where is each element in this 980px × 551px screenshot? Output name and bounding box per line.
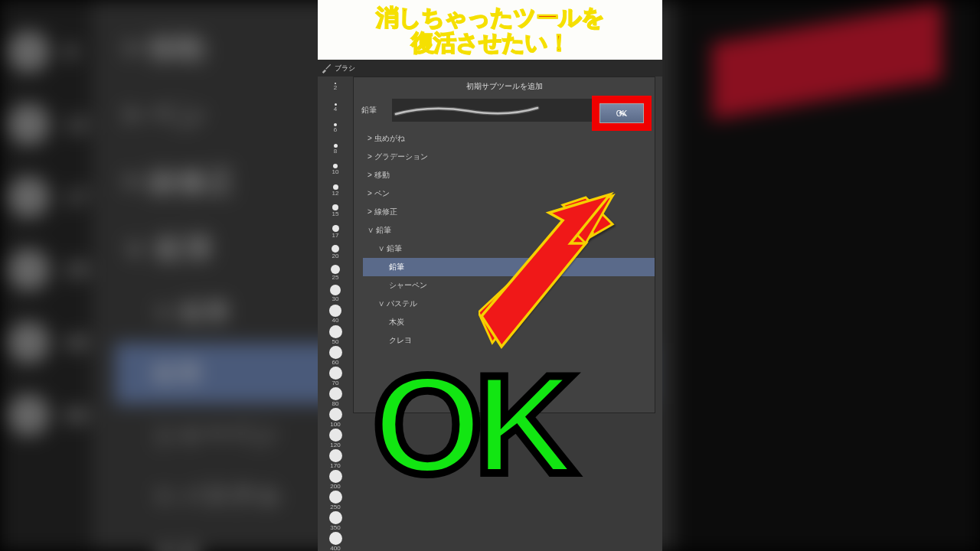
size-number: 60 <box>332 359 339 366</box>
brush-size-item[interactable]: 25 <box>318 262 353 283</box>
size-dot <box>329 408 342 421</box>
size-number: 25 <box>332 274 339 281</box>
phone-screenshot: 消しちゃったツールを 復活させたい！ ブラシ 24681012151720253… <box>318 0 662 551</box>
brush-size-item[interactable]: 40 <box>318 304 353 324</box>
size-number: 100 <box>330 421 340 428</box>
size-number: 8 <box>334 148 337 155</box>
size-number: 30 <box>332 295 339 302</box>
tab-label: ブラシ <box>335 64 355 73</box>
size-number: 120 <box>330 442 340 448</box>
brush-size-item[interactable]: 20 <box>318 242 353 262</box>
brush-size-item[interactable]: 17 <box>318 221 353 242</box>
size-number: 80 <box>332 400 339 407</box>
ok-button[interactable]: ↖ OK <box>599 103 644 123</box>
app-panel: ブラシ 246810121517202530405060708010012017… <box>318 60 662 551</box>
brush-size-item[interactable]: 50 <box>318 324 353 345</box>
brush-size-item[interactable]: 170 <box>318 448 353 469</box>
title-banner: 消しちゃったツールを 復活させたい！ <box>318 0 662 60</box>
brush-size-item[interactable]: 30 <box>318 283 353 304</box>
size-number: 170 <box>330 462 340 469</box>
brush-icon <box>321 63 332 73</box>
size-number: 70 <box>332 380 339 386</box>
brush-size-item[interactable]: 4 <box>318 97 353 118</box>
size-dot <box>332 225 339 232</box>
size-number: 250 <box>330 504 340 510</box>
tab-bar: ブラシ <box>318 60 662 77</box>
title-line-2: 復活させたい！ <box>411 30 570 55</box>
preview-label: 鉛筆 <box>361 105 384 116</box>
size-dot <box>331 265 340 274</box>
size-dot <box>333 184 338 190</box>
brush-size-item[interactable]: 120 <box>318 428 353 448</box>
size-dot <box>329 532 342 545</box>
size-dot <box>329 305 341 317</box>
brush-size-item[interactable]: 60 <box>318 345 353 366</box>
size-number: 6 <box>334 126 337 133</box>
size-number: 20 <box>332 253 339 259</box>
brush-size-item[interactable]: 250 <box>318 490 353 510</box>
brush-size-item[interactable]: 100 <box>318 407 353 428</box>
size-number: 4 <box>334 106 337 112</box>
brush-size-item[interactable]: 70 <box>318 366 353 386</box>
size-number: 12 <box>332 190 339 197</box>
brush-size-item[interactable]: 80 <box>318 386 353 407</box>
size-dot <box>332 245 339 253</box>
size-dot <box>329 367 342 380</box>
tree-item[interactable]: > グラデーション <box>363 148 655 166</box>
red-arrow <box>479 190 616 358</box>
brush-size-column: 2468101215172025304050607080100120170200… <box>318 77 353 551</box>
size-number: 350 <box>330 524 340 531</box>
ok-highlight-box: ↖ OK <box>592 96 652 131</box>
brush-size-item[interactable]: 12 <box>318 180 353 201</box>
dialog-title: 初期サブツールを追加 <box>354 77 655 96</box>
size-dot <box>329 429 342 442</box>
size-number: 50 <box>332 338 339 345</box>
size-number: 17 <box>332 232 339 239</box>
size-number: 2 <box>334 84 337 91</box>
brush-size-item[interactable]: 400 <box>318 531 353 551</box>
size-dot <box>332 204 338 210</box>
brush-size-item[interactable]: 200 <box>318 469 353 490</box>
size-dot <box>329 470 342 483</box>
brush-size-item[interactable]: 6 <box>318 118 353 139</box>
svg-marker-4 <box>482 194 610 347</box>
tree-item[interactable]: > 移動 <box>363 166 655 184</box>
title-line-1: 消しちゃったツールを <box>376 5 604 30</box>
big-ok-text: OK <box>373 343 569 505</box>
size-dot <box>329 387 342 400</box>
size-dot <box>329 511 342 524</box>
size-number: 400 <box>330 545 340 552</box>
brush-size-item[interactable]: 10 <box>318 159 353 180</box>
size-number: 200 <box>330 483 340 490</box>
brush-size-item[interactable]: 350 <box>318 510 353 531</box>
tree-item[interactable]: > 虫めがね <box>363 129 655 148</box>
size-dot <box>329 325 342 338</box>
size-number: 10 <box>332 168 339 175</box>
size-number: 15 <box>332 210 339 217</box>
size-dot <box>329 449 342 462</box>
brush-size-item[interactable]: 8 <box>318 139 353 159</box>
size-dot <box>330 285 341 295</box>
brush-size-item[interactable]: 15 <box>318 201 353 221</box>
brush-size-item[interactable]: 2 <box>318 77 353 97</box>
size-dot <box>329 491 342 504</box>
size-dot <box>329 346 342 359</box>
size-number: 40 <box>332 317 339 324</box>
